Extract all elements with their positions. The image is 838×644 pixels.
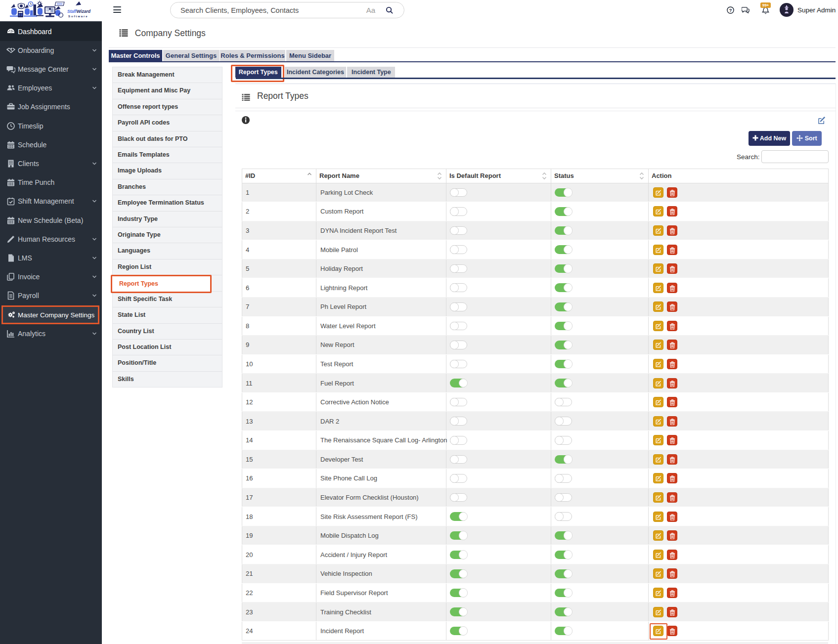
svg-text:Software: Software bbox=[68, 15, 88, 18]
svg-text:?: ? bbox=[729, 8, 732, 13]
svg-text:StaffWizard: StaffWizard bbox=[67, 9, 91, 14]
